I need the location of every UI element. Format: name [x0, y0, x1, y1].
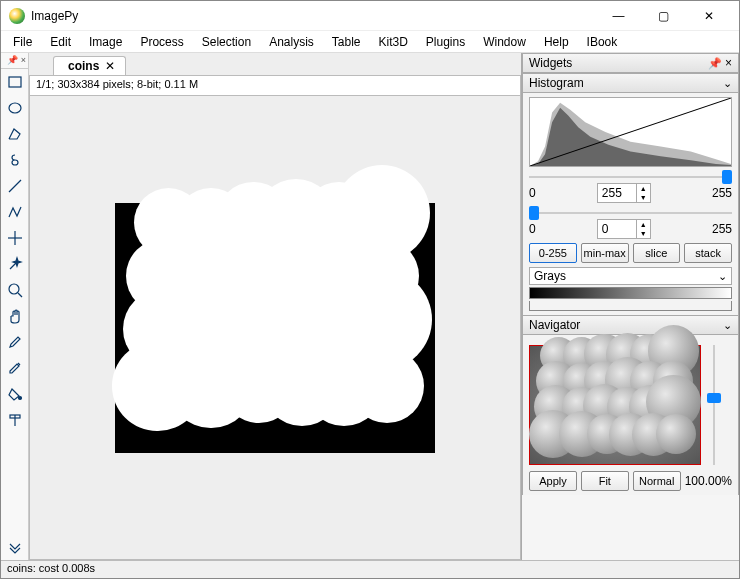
widgets-panel: Widgets 📌 × Histogram ⌄ 0 255▲▼: [521, 53, 739, 560]
navigator-zoom-slider[interactable]: [707, 345, 721, 465]
histogram-header[interactable]: Histogram ⌄: [522, 73, 739, 93]
close-button[interactable]: ✕: [686, 1, 731, 31]
eyedropper-icon: [7, 360, 23, 376]
minimize-icon: —: [613, 9, 625, 23]
tool-picker[interactable]: [3, 356, 27, 380]
segmented-line-icon: [7, 204, 23, 220]
pencil-icon: [7, 334, 23, 350]
tool-fill[interactable]: [3, 382, 27, 406]
tool-segmented-line[interactable]: [3, 200, 27, 224]
svg-rect-0: [9, 77, 21, 87]
menu-window[interactable]: Window: [475, 33, 534, 51]
main-area: coins ✕ 1/1; 303x384 pixels; 8-bit; 0.11…: [29, 53, 521, 560]
maximize-button[interactable]: ▢: [641, 1, 686, 31]
lower-slider[interactable]: [529, 207, 732, 219]
menu-plugins[interactable]: Plugins: [418, 33, 473, 51]
svg-line-7: [18, 293, 22, 297]
tab-close-icon[interactable]: ✕: [105, 59, 115, 73]
tool-wand[interactable]: [3, 252, 27, 276]
upper-value-input[interactable]: 255▲▼: [597, 183, 651, 203]
app-title: ImagePy: [31, 9, 596, 23]
spin-up-icon[interactable]: ▲: [637, 220, 650, 229]
menu-table[interactable]: Table: [324, 33, 369, 51]
hand-icon: [7, 308, 23, 324]
menu-help[interactable]: Help: [536, 33, 577, 51]
toolbar-pin[interactable]: 📌 ×: [1, 55, 28, 69]
tab-label: coins: [68, 59, 99, 73]
maximize-icon: ▢: [658, 9, 669, 23]
lower-max: 255: [712, 222, 732, 236]
line-icon: [7, 178, 23, 194]
btn-stack[interactable]: stack: [684, 243, 732, 263]
menu-selection[interactable]: Selection: [194, 33, 259, 51]
btn-0-255[interactable]: 0-255: [529, 243, 577, 263]
menu-edit[interactable]: Edit: [42, 33, 79, 51]
oval-icon: [7, 100, 23, 116]
image-canvas[interactable]: [115, 203, 435, 453]
widgets-title: Widgets: [529, 56, 572, 70]
tool-text[interactable]: [3, 408, 27, 432]
tool-rectangle[interactable]: [3, 70, 27, 94]
spin-up-icon[interactable]: ▲: [637, 184, 650, 193]
lower-value-input[interactable]: 0▲▼: [597, 219, 651, 239]
text-icon: [7, 412, 23, 428]
menu-process[interactable]: Process: [132, 33, 191, 51]
tool-expand[interactable]: [3, 535, 27, 559]
menu-ibook[interactable]: IBook: [579, 33, 626, 51]
tool-oval[interactable]: [3, 96, 27, 120]
btn-normal[interactable]: Normal: [633, 471, 681, 491]
magnifier-icon: [7, 282, 23, 298]
colormap-select[interactable]: Grays⌄: [529, 267, 732, 285]
tool-freehand[interactable]: [3, 148, 27, 172]
tool-polygon[interactable]: [3, 122, 27, 146]
svg-point-6: [9, 284, 19, 294]
tool-zoom[interactable]: [3, 278, 27, 302]
upper-min: 0: [529, 186, 536, 200]
tool-point[interactable]: [3, 226, 27, 250]
upper-max: 255: [712, 186, 732, 200]
polygon-icon: [7, 126, 23, 142]
titlebar: ImagePy — ▢ ✕: [1, 1, 739, 31]
btn-min-max[interactable]: min-max: [581, 243, 629, 263]
tool-pencil[interactable]: [3, 330, 27, 354]
navigator-thumbnail[interactable]: [529, 345, 701, 465]
tool-line[interactable]: [3, 174, 27, 198]
navigator-panel: Apply Fit Normal 100.00%: [522, 335, 739, 495]
navigator-title: Navigator: [529, 318, 580, 332]
btn-apply[interactable]: Apply: [529, 471, 577, 491]
canvas-wrap: [29, 95, 521, 560]
widgets-close-icon[interactable]: ×: [725, 56, 732, 70]
bucket-icon: [7, 386, 23, 402]
tab-coins[interactable]: coins ✕: [53, 56, 126, 75]
menu-image[interactable]: Image: [81, 33, 130, 51]
image-info-bar: 1/1; 303x384 pixels; 8-bit; 0.11 M: [29, 75, 521, 95]
freehand-icon: [7, 152, 23, 168]
close-icon: ✕: [704, 9, 714, 23]
minimize-button[interactable]: —: [596, 1, 641, 31]
menu-kit3d[interactable]: Kit3D: [371, 33, 416, 51]
wand-icon: [7, 256, 23, 272]
tab-row: coins ✕: [29, 53, 521, 75]
histogram-display[interactable]: [529, 97, 732, 167]
pin-icon[interactable]: 📌: [708, 57, 722, 70]
spin-down-icon[interactable]: ▼: [637, 193, 650, 202]
menubar: File Edit Image Process Selection Analys…: [1, 31, 739, 53]
btn-fit[interactable]: Fit: [581, 471, 629, 491]
btn-slice[interactable]: slice: [633, 243, 681, 263]
histogram-panel: 0 255▲▼ 255 0 0▲▼ 255 0-255 min-max slic…: [522, 93, 739, 315]
histogram-title: Histogram: [529, 76, 584, 90]
navigator-header[interactable]: Navigator ⌄: [522, 315, 739, 335]
spin-down-icon[interactable]: ▼: [637, 229, 650, 238]
menu-file[interactable]: File: [5, 33, 40, 51]
chevron-down-icon: [7, 539, 23, 555]
chevron-down-icon: ⌄: [723, 319, 732, 332]
chevron-down-icon: ⌄: [718, 270, 727, 283]
upper-slider[interactable]: [529, 171, 732, 183]
svg-line-2: [9, 180, 21, 192]
colormap-gradient[interactable]: [529, 287, 732, 299]
tool-hand[interactable]: [3, 304, 27, 328]
menu-analysis[interactable]: Analysis: [261, 33, 322, 51]
toolbar: 📌 ×: [1, 53, 29, 560]
rectangle-icon: [7, 74, 23, 90]
lower-min: 0: [529, 222, 536, 236]
